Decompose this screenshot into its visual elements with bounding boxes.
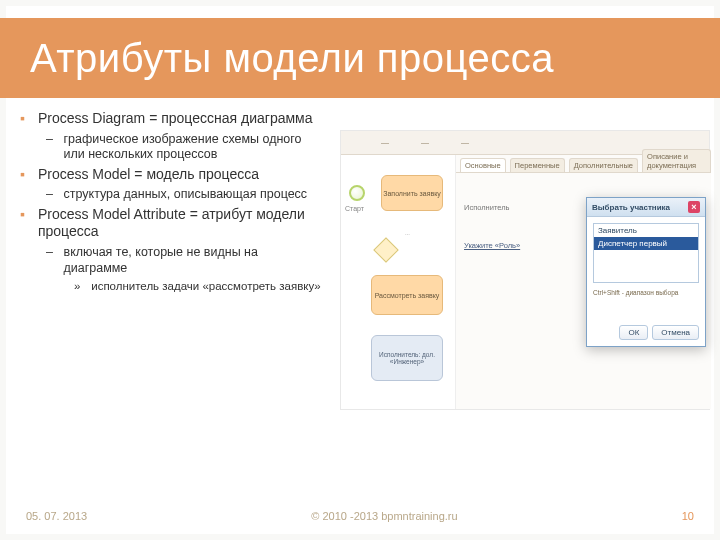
close-icon[interactable]: × <box>688 201 700 213</box>
bullet-l2: – графическое изображение схемы одного и… <box>46 132 330 163</box>
bullet-l2: – включая те, которые не видны на диагра… <box>46 245 330 276</box>
bullet-text: Process Model = модель процесса <box>38 166 318 184</box>
diagram-canvas: Старт Заполнить заявку ... Рассмотреть з… <box>341 155 456 409</box>
participant-listbox[interactable]: Заявитель Диспетчер первый <box>593 223 699 283</box>
slide-title: Атрибуты модели процесса <box>30 36 554 81</box>
bullet-text: графическое изображение схемы одного или… <box>63 132 323 163</box>
dialog-hint: Ctrl+Shift - диапазон выбора <box>593 289 699 296</box>
list-item[interactable]: Заявитель <box>594 224 698 237</box>
bullet-text: структура данных, описывающая процесс <box>63 187 323 203</box>
dialog-title-text: Выбрать участника <box>592 203 670 212</box>
bullet-text: Process Diagram = процессная диаграмма <box>38 110 318 128</box>
bullet-l1: ▪ Process Model Attribute = атрибут моде… <box>20 206 330 241</box>
ribbon-group: — <box>381 138 389 147</box>
raquo-bullet-icon: » <box>74 279 88 293</box>
embedded-screenshot: — — — Старт Заполнить заявку ... Рассмот… <box>340 130 710 410</box>
ok-button[interactable]: ОК <box>619 325 648 340</box>
slide-footer: 05. 07. 2013 © 2010 -2013 bpmntraining.r… <box>0 510 720 522</box>
bullet-l2: – структура данных, описывающая процесс <box>46 187 330 203</box>
dialog-titlebar: Выбрать участника × <box>587 198 705 217</box>
page-number: 10 <box>682 510 694 522</box>
tab[interactable]: Дополнительные <box>569 158 638 172</box>
bullet-text: Process Model Attribute = атрибут модели… <box>38 206 318 241</box>
bullet-text: включая те, которые не видны на диаграмм… <box>63 245 323 276</box>
cancel-button[interactable]: Отмена <box>652 325 699 340</box>
tab[interactable]: Переменные <box>510 158 565 172</box>
square-bullet-icon: ▪ <box>20 166 34 184</box>
ribbon-group: — <box>421 138 429 147</box>
tab[interactable]: Основные <box>460 158 506 172</box>
footer-copyright: © 2010 -2013 bpmntraining.ru <box>311 510 457 522</box>
tab[interactable]: Описание и документация <box>642 149 711 172</box>
bullet-l1: ▪ Process Model = модель процесса <box>20 166 330 184</box>
title-band: Атрибуты модели процесса <box>0 18 720 98</box>
bpmn-gateway-icon <box>373 237 398 262</box>
start-label: Старт <box>345 205 364 212</box>
bpmn-start-event-icon <box>349 185 365 201</box>
field-value-link[interactable]: Укажите «Роль» <box>464 241 520 250</box>
property-tabs: Основные Переменные Дополнительные Описа… <box>456 155 711 173</box>
bullet-l3: » исполнитель задачи «рассмотреть заявку… <box>74 279 330 293</box>
ribbon-group: — <box>461 138 469 147</box>
dash-bullet-icon: – <box>46 132 60 148</box>
bpmn-task: Рассмотреть заявку <box>371 275 443 315</box>
dash-bullet-icon: – <box>46 187 60 203</box>
select-participant-dialog: Выбрать участника × Заявитель Диспетчер … <box>586 197 706 347</box>
bullet-l1: ▪ Process Diagram = процессная диаграмма <box>20 110 330 128</box>
gateway-label: ... <box>405 230 410 236</box>
dash-bullet-icon: – <box>46 245 60 261</box>
square-bullet-icon: ▪ <box>20 206 34 224</box>
list-item-selected[interactable]: Диспетчер первый <box>594 237 698 250</box>
bpmn-task-performer: Исполнитель: дол. «Инженер» <box>371 335 443 381</box>
properties-pane: Основные Переменные Дополнительные Описа… <box>456 155 711 409</box>
bullet-list: ▪ Process Diagram = процессная диаграмма… <box>20 110 330 296</box>
bpmn-task: Заполнить заявку <box>381 175 443 211</box>
bullet-text: исполнитель задачи «рассмотреть заявку» <box>91 279 321 293</box>
footer-date: 05. 07. 2013 <box>26 510 87 522</box>
field-label: Исполнитель <box>464 203 509 212</box>
square-bullet-icon: ▪ <box>20 110 34 128</box>
